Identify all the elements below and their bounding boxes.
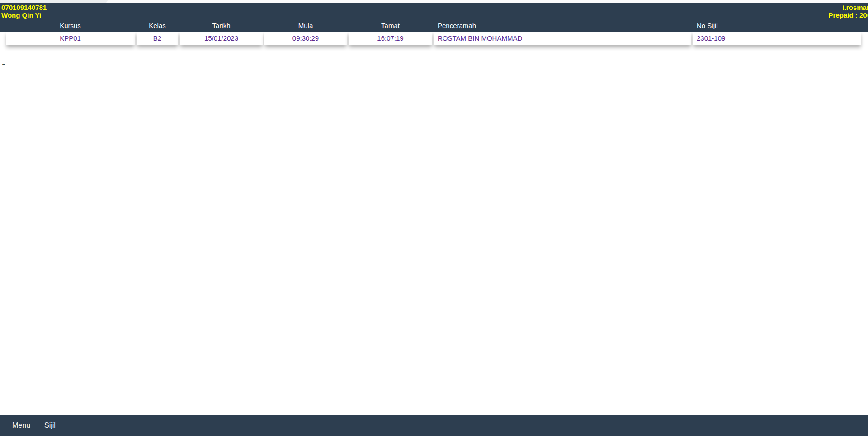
row-cell-tamat[interactable]: 16:07:19	[349, 32, 432, 45]
account-prepaid: Prepaid : 200	[829, 11, 868, 19]
bottom-nav-bar: Menu Sijil	[0, 415, 868, 436]
row-cell-mula[interactable]: 09:30:29	[264, 32, 347, 45]
sijil-link[interactable]: Sijil	[44, 421, 56, 430]
account-info: i.rosman Prepaid : 200	[829, 4, 868, 19]
row-cell-tarikh[interactable]: 15/01/2023	[180, 32, 263, 45]
student-name: Wong Qin Yi	[1, 11, 47, 19]
row-cell-kelas[interactable]: B2	[137, 32, 178, 45]
browser-edge-strip-segment	[106, 0, 868, 3]
row-cell-no-sijil[interactable]: 2301-109	[693, 32, 861, 45]
student-info: 070109140781 Wong Qin Yi	[1, 4, 47, 19]
tiny-artifact-dot	[2, 64, 5, 65]
table-row[interactable]: KPP01 B2 15/01/2023 09:30:29 16:07:19 RO…	[6, 32, 861, 45]
column-header-kelas: Kelas	[137, 21, 178, 30]
app-header: 070109140781 Wong Qin Yi i.rosman Prepai…	[0, 3, 868, 32]
column-header-penceramah: Penceramah	[434, 21, 691, 30]
column-header-kursus: Kursus	[6, 21, 135, 30]
column-header-tarikh: Tarikh	[180, 21, 263, 30]
column-header-mula: Mula	[264, 21, 347, 30]
student-id: 070109140781	[1, 4, 47, 11]
account-user: i.rosman	[829, 4, 868, 11]
row-cell-penceramah[interactable]: ROSTAM BIN MOHAMMAD	[434, 32, 691, 45]
menu-link[interactable]: Menu	[12, 421, 30, 430]
page: 070109140781 Wong Qin Yi i.rosman Prepai…	[0, 0, 868, 439]
row-cell-kursus[interactable]: KPP01	[6, 32, 135, 45]
column-header-no-sijil: No Sijil	[693, 21, 861, 30]
browser-edge-strip	[0, 0, 868, 3]
column-header-tamat: Tamat	[349, 21, 432, 30]
table-header-row: Kursus Kelas Tarikh Mula Tamat Pencerama…	[6, 21, 861, 30]
